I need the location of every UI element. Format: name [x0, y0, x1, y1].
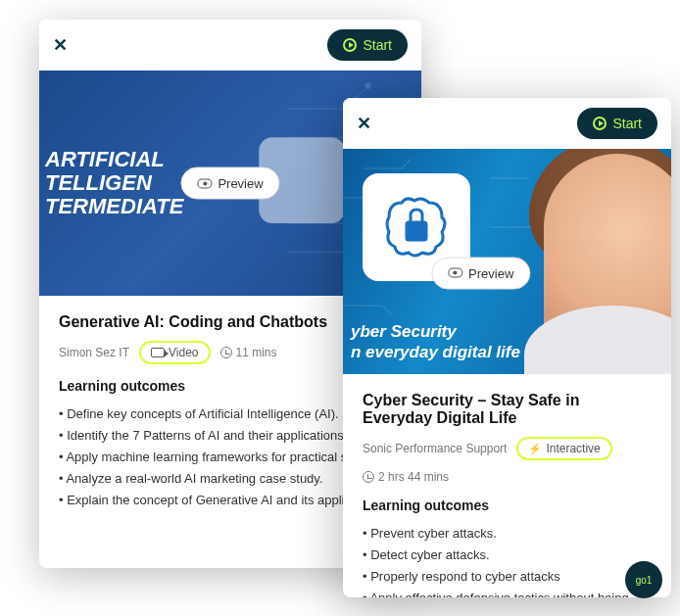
clock-icon: [363, 471, 374, 483]
outcome-item: Apply effective defensive tactics withou…: [363, 588, 652, 597]
course-card-cyber-security: ✕ Start yber Security: [343, 98, 671, 597]
svg-rect-6: [407, 222, 426, 240]
outcomes-heading: Learning outcomes: [363, 498, 652, 513]
start-button[interactable]: Start: [327, 29, 408, 61]
start-button[interactable]: Start: [577, 108, 657, 139]
start-label: Start: [612, 116, 642, 131]
provider-name: Simon Sez IT: [59, 346, 129, 359]
outcome-item: Properly respond to cyber attacks: [363, 566, 652, 588]
card-topbar: ✕ Start: [343, 98, 671, 149]
preview-button[interactable]: Preview: [180, 167, 279, 200]
go1-badge[interactable]: go1: [625, 561, 662, 598]
preview-label: Preview: [468, 265, 513, 280]
content-type-tag: Video: [139, 341, 210, 364]
eye-icon: [197, 178, 212, 188]
course-meta: Sonic Performance Support Interactive 2 …: [363, 437, 652, 484]
outcome-item: Prevent cyber attacks.: [363, 523, 652, 545]
duration: 11 mins: [220, 346, 277, 359]
course-title: Cyber Security – Stay Safe in Everyday D…: [363, 392, 652, 427]
tag-label: Interactive: [546, 442, 600, 455]
hero-text: yber Security n everyday digital life: [343, 321, 528, 363]
play-icon: [593, 117, 607, 130]
outcome-item: Detect cyber attacks.: [363, 545, 652, 566]
hero-text: ARTIFICIAL TELLIGEN TERMEDIATE: [39, 148, 183, 219]
close-icon[interactable]: ✕: [53, 36, 68, 54]
preview-button[interactable]: Preview: [431, 257, 530, 289]
preview-label: Preview: [218, 176, 263, 191]
svg-point-0: [364, 83, 370, 89]
start-label: Start: [363, 37, 392, 53]
course-hero-image: yber Security n everyday digital life Pr…: [343, 149, 671, 374]
content-type-tag: Interactive: [516, 437, 611, 460]
duration: 2 hrs 44 mins: [363, 470, 449, 484]
badge-text: go1: [636, 575, 653, 586]
eye-icon: [448, 268, 462, 278]
card-body: Cyber Security – Stay Safe in Everyday D…: [343, 374, 671, 597]
video-icon: [151, 348, 165, 357]
close-icon[interactable]: ✕: [357, 115, 371, 132]
provider-name: Sonic Performance Support: [363, 442, 507, 455]
play-icon: [343, 38, 357, 52]
tag-label: Video: [169, 346, 198, 359]
card-topbar: ✕ Start: [39, 20, 421, 71]
outcomes-list: Prevent cyber attacks. Detect cyber atta…: [363, 523, 652, 597]
interactive-icon: [528, 442, 542, 455]
clock-icon: [220, 347, 232, 358]
